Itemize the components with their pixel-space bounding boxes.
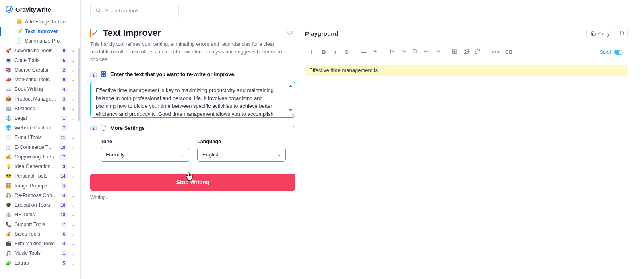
writing-status: Writing... <box>90 195 295 200</box>
scroll-toggle[interactable]: Scroll <box>600 49 623 55</box>
ordered-list-button[interactable] <box>401 49 407 55</box>
count-badge: 6 <box>61 58 67 63</box>
sidebar-category[interactable]: 🛒E-Commerce Tools18⌄ <box>2 142 78 152</box>
sidebar-category[interactable]: ✍️Copywriting Tools17⌄ <box>2 152 78 162</box>
brand-logo[interactable]: GravityWrite <box>0 0 80 17</box>
heading-button[interactable]: H <box>310 49 316 55</box>
copy-button[interactable]: Copy <box>586 29 614 39</box>
sidebar-category[interactable]: ♻️Re-Purpose Content4⌄ <box>2 191 78 200</box>
sidebar-category[interactable]: 🚀Advertising Tools9⌄ <box>2 46 78 55</box>
sidebar-category[interactable]: 📚Course Creator2⌄ <box>2 65 78 75</box>
sidebar-category[interactable]: 📦Product Management3⌄ <box>2 94 78 104</box>
category-icon: 🏢 <box>6 106 11 111</box>
sidebar-category[interactable]: 💰Sales Tools6⌄ <box>2 229 78 239</box>
sidebar-category[interactable]: 🌐Website Content7⌄ <box>2 123 78 133</box>
image-button[interactable] <box>463 49 469 55</box>
output-area[interactable]: Effective time management is <box>305 65 628 76</box>
link-button[interactable] <box>475 49 480 55</box>
table-button[interactable] <box>452 49 458 55</box>
chevron-down-icon: ⌄ <box>71 203 74 207</box>
sidebar-item-label: Product Management <box>14 96 58 102</box>
sidebar-category[interactable]: 📖Book Writing4⌄ <box>2 84 78 94</box>
text-input-icon <box>101 71 106 77</box>
sidebar-item-label: Business <box>14 106 58 111</box>
sidebar-item-label: Course Creator <box>14 67 58 73</box>
chevron-down-icon: ⌄ <box>277 152 281 157</box>
sidebar-category[interactable]: 🎵Music Tools1⌄ <box>2 248 78 258</box>
outdent-button[interactable] <box>423 49 429 55</box>
checklist-button[interactable] <box>412 49 418 55</box>
language-select[interactable]: English ⌄ <box>197 148 286 162</box>
category-icon: 🖼️ <box>6 183 11 189</box>
sidebar-category[interactable]: 💡Idea Generation3⌄ <box>2 162 78 171</box>
more-settings-toggle[interactable]: 2 More Settings ⌃ <box>90 124 295 131</box>
category-icon: 🎓 <box>6 202 11 208</box>
scroll-label: Scroll <box>600 49 612 55</box>
playground-title: Playground <box>305 30 586 37</box>
strikethrough-button[interactable]: S <box>344 49 349 55</box>
sidebar-category[interactable]: 🖼️Image Prompts3⌄ <box>2 181 78 191</box>
sidebar-category[interactable]: 🧩Extras5⌄ <box>2 258 78 268</box>
sidebar-subitem[interactable]: 😊Add Emojis to Text <box>2 17 78 27</box>
chevron-up-icon: ⌃ <box>291 125 295 131</box>
search-box[interactable] <box>90 4 179 17</box>
sidebar-item-label: Add Emojis to Text <box>25 19 66 25</box>
tool-item-icon: 📝 <box>16 29 22 34</box>
language-value: English <box>202 152 220 158</box>
sidebar-item-label: Legal <box>14 115 58 121</box>
main-area: Text Improver This handy tool refines yo… <box>80 0 644 279</box>
favorite-button[interactable] <box>285 28 295 38</box>
indent-button[interactable] <box>435 49 440 55</box>
chevron-down-icon: ⌄ <box>71 87 74 92</box>
language-label: Language <box>197 139 286 144</box>
button-label: Stop Writing <box>176 179 210 185</box>
editor-toolbar: H B I S — ❝ <box>305 45 628 59</box>
hr-button[interactable]: — <box>361 49 367 55</box>
count-badge: 4 <box>61 193 67 198</box>
page-title: Text Improver <box>103 28 281 38</box>
input-text-area[interactable]: Effective time management is key to maxi… <box>90 82 295 118</box>
search-input[interactable] <box>105 8 173 14</box>
sidebar-category[interactable]: 💻Code Tools6⌄ <box>2 55 78 65</box>
sidebar-category[interactable]: ✉️E-mail Tools11⌄ <box>2 133 78 142</box>
svg-line-1 <box>99 11 101 12</box>
sidebar-subitem[interactable]: 📄Summarize Pro <box>2 36 78 46</box>
count-badge: 6 <box>61 232 67 237</box>
topbar <box>80 0 644 21</box>
count-badge: 3 <box>61 164 67 169</box>
chevron-down-icon: ⌄ <box>71 49 74 53</box>
sidebar-category[interactable]: 👔HR Tools18⌄ <box>2 210 78 220</box>
quote-button[interactable]: ❝ <box>372 49 378 55</box>
sidebar-category[interactable]: 😎Personal Tools14⌄ <box>2 171 78 181</box>
export-button[interactable] <box>617 28 628 39</box>
sidebar-category[interactable]: 🎓Education Tools10⌄ <box>2 200 78 210</box>
stop-writing-button[interactable]: Stop Writing <box>90 174 295 191</box>
code-button[interactable]: </> <box>492 49 500 55</box>
italic-button[interactable]: I <box>332 49 338 55</box>
chevron-down-icon: ⌄ <box>71 232 74 236</box>
count-badge: 3 <box>61 96 67 102</box>
textarea-resize-handle[interactable] <box>291 113 294 116</box>
category-icon: ♻️ <box>6 193 11 198</box>
tool-item-icon: 😊 <box>16 19 22 25</box>
category-icon: ✍️ <box>6 154 11 160</box>
chevron-down-icon: ⌄ <box>71 135 74 140</box>
codeblock-button[interactable]: CB <box>505 49 512 55</box>
chevron-down-icon: ⌄ <box>71 164 74 169</box>
sidebar-scrollbar[interactable] <box>78 16 80 273</box>
sidebar-category[interactable]: 🏢Business6⌄ <box>2 104 78 113</box>
sidebar-category[interactable]: 📞Support Tools7⌄ <box>2 220 78 229</box>
sidebar-item-label: Sales Tools <box>14 231 58 237</box>
chevron-down-icon: ⌄ <box>71 107 74 111</box>
bold-button[interactable]: B <box>321 49 327 55</box>
sidebar-category[interactable]: 📣Marketing Tools9⌄ <box>2 75 78 84</box>
textarea-scrollbar[interactable] <box>289 85 293 116</box>
sidebar-item-label: Summarize Pro <box>25 38 60 44</box>
sidebar-subitem[interactable]: 📝Text Improver <box>2 27 78 36</box>
sidebar-category[interactable]: ⚖️Legal1⌄ <box>2 113 78 123</box>
sidebar-category[interactable]: 🎬Film Making Tools4⌄ <box>2 239 78 248</box>
unordered-list-button[interactable] <box>390 49 395 55</box>
tone-select[interactable]: Friendly ⌄ <box>101 148 189 162</box>
chevron-down-icon: ⌄ <box>71 58 74 63</box>
chevron-down-icon: ⌄ <box>71 97 74 101</box>
